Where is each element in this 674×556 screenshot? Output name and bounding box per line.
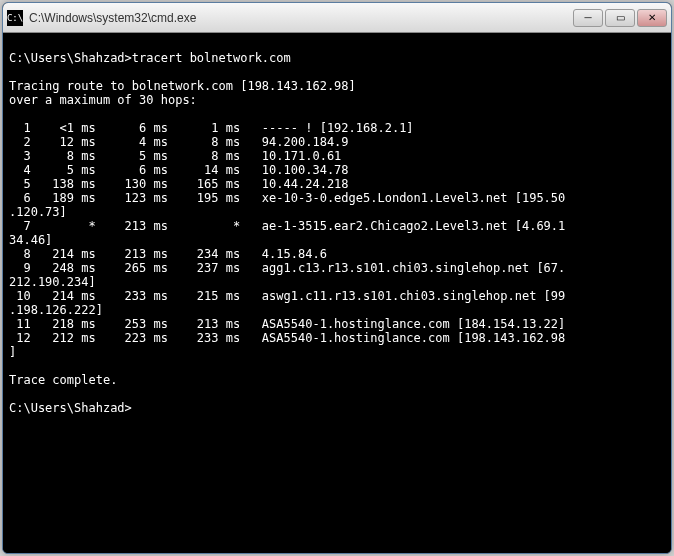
cmd-icon: C:\ <box>7 10 23 26</box>
cmd-window: C:\ C:\Windows\system32\cmd.exe ─ ▭ ✕ C:… <box>2 2 672 554</box>
maximize-button[interactable]: ▭ <box>605 9 635 27</box>
close-button[interactable]: ✕ <box>637 9 667 27</box>
window-title: C:\Windows\system32\cmd.exe <box>29 11 573 25</box>
trace-header-1: Tracing route to bolnetwork.com [198.143… <box>9 79 356 93</box>
window-controls: ─ ▭ ✕ <box>573 9 667 27</box>
trace-header-2: over a maximum of 30 hops: <box>9 93 197 107</box>
minimize-button[interactable]: ─ <box>573 9 603 27</box>
trace-complete: Trace complete. <box>9 373 117 387</box>
prompt: C:\Users\Shahzad> <box>9 51 132 65</box>
titlebar[interactable]: C:\ C:\Windows\system32\cmd.exe ─ ▭ ✕ <box>3 3 671 33</box>
console-output[interactable]: C:\Users\Shahzad>tracert bolnetwork.com … <box>3 33 671 553</box>
prompt: C:\Users\Shahzad> <box>9 401 132 415</box>
hops-list: 1 <1 ms 6 ms 1 ms ----- ! [192.168.2.1] … <box>9 121 665 359</box>
command-text: tracert bolnetwork.com <box>132 51 291 65</box>
